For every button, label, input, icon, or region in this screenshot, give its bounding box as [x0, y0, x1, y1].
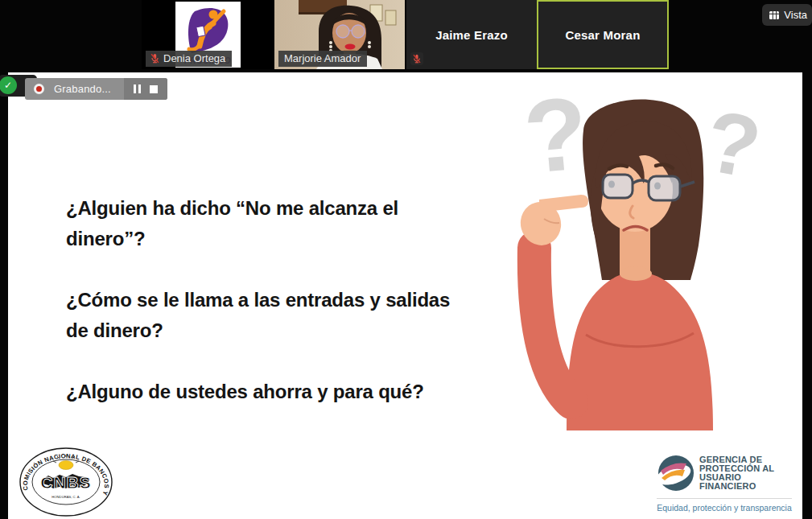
cnbs-seal-logo: COMISIÓN NACIONAL DE BANCOS Y SEGUROS CN…: [18, 447, 114, 517]
question-3: ¿Alguno de ustedes ahorra y para qué?: [66, 377, 549, 407]
recording-indicator: Grabando...: [25, 78, 167, 100]
question-2: ¿Cómo se le llama a las entradas y salid…: [66, 285, 549, 346]
participant-name: Denia Ortega: [163, 52, 225, 64]
participant-name: Cesar Moran: [538, 2, 667, 68]
pause-recording-button[interactable]: [134, 84, 141, 93]
gpuf-tagline: Equidad, protección y transparencia: [657, 503, 792, 513]
participant-name: Jaime Erazo: [406, 0, 537, 69]
record-dot-icon: [34, 84, 44, 94]
gpuf-divider: [657, 498, 792, 499]
gpuf-logo: GERENCIA DE PROTECCIÓN AL USUARIO FINANC…: [657, 454, 798, 513]
participant-tile-cesar-active-speaker[interactable]: Cesar Moran: [537, 0, 669, 69]
question-mark-right: ?: [699, 92, 768, 197]
meeting-window: PROCINCO Denia Ortega: [0, 0, 812, 519]
thinking-woman-illustration: ? ?: [491, 80, 805, 439]
stop-recording-button[interactable]: [150, 85, 158, 93]
gallery-grid-icon: [769, 10, 780, 21]
recording-controls: [124, 78, 167, 100]
participant-tile-denia[interactable]: PROCINCO Denia Ortega: [142, 0, 273, 69]
participant-name: Marjorie Amador: [284, 52, 361, 64]
shared-slide: ✓ Grabando... ¿Alguien ha dicho “No me a…: [8, 72, 802, 519]
question-1: ¿Alguien ha dicho “No me alcanza el dine…: [66, 193, 549, 254]
cnbs-footer: HONDURAS, C. A.: [52, 495, 80, 499]
recording-label: Grabando...: [54, 83, 111, 95]
participant-name-label: Marjorie Amador: [278, 51, 367, 67]
gpuf-wordmark: GERENCIA DE PROTECCIÓN AL USUARIO FINANC…: [699, 455, 774, 491]
question-mark-left: ?: [520, 80, 592, 195]
participant-name-label: Denia Ortega: [146, 51, 232, 67]
mic-muted-icon: [410, 52, 423, 65]
gpuf-swirl-icon: [657, 454, 695, 492]
view-button[interactable]: Vista: [762, 4, 812, 26]
slide-questions: ¿Alguien ha dicho “No me alcanza el dine…: [66, 193, 549, 438]
mic-muted-icon: [150, 53, 160, 64]
participant-tile-jaime[interactable]: Jaime Erazo: [406, 0, 537, 69]
gpuf-line-4: FINANCIERO: [699, 482, 774, 491]
participant-tile-marjorie[interactable]: Marjorie Amador: [274, 0, 405, 69]
video-strip: PROCINCO Denia Ortega: [0, 0, 812, 72]
encryption-check-icon[interactable]: ✓: [0, 76, 17, 94]
cnbs-acronym: CNBS: [40, 473, 92, 492]
view-button-label: Vista: [784, 9, 807, 21]
